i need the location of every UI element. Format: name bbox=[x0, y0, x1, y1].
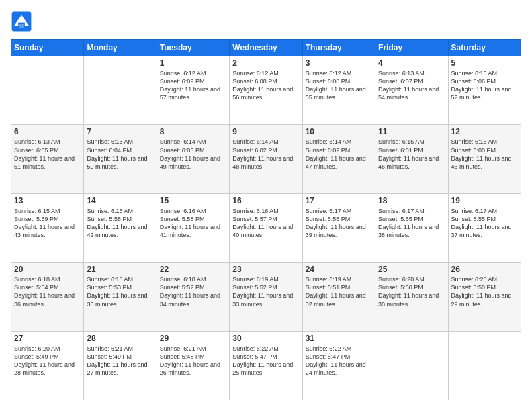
week-row-2: 6Sunrise: 6:13 AM Sunset: 6:05 PM Daylig… bbox=[11, 125, 521, 193]
day-number: 22 bbox=[160, 265, 226, 274]
day-number: 31 bbox=[306, 334, 372, 343]
calendar-cell bbox=[84, 56, 157, 125]
calendar: SundayMondayTuesdayWednesdayThursdayFrid… bbox=[11, 39, 521, 400]
day-info: Sunrise: 6:13 AM Sunset: 6:06 PM Dayligh… bbox=[451, 69, 518, 102]
day-info: Sunrise: 6:18 AM Sunset: 5:53 PM Dayligh… bbox=[87, 275, 153, 308]
day-info: Sunrise: 6:15 AM Sunset: 6:01 PM Dayligh… bbox=[378, 138, 445, 171]
calendar-cell: 6Sunrise: 6:13 AM Sunset: 6:05 PM Daylig… bbox=[11, 125, 84, 193]
day-number: 19 bbox=[451, 196, 518, 205]
day-info: Sunrise: 6:16 AM Sunset: 5:58 PM Dayligh… bbox=[160, 207, 226, 240]
calendar-cell bbox=[375, 331, 448, 400]
day-header-wednesday: Wednesday bbox=[230, 40, 302, 56]
day-number: 30 bbox=[232, 334, 299, 343]
day-number: 29 bbox=[160, 334, 226, 343]
calendar-cell: 29Sunrise: 6:21 AM Sunset: 5:48 PM Dayli… bbox=[157, 331, 229, 400]
logo-icon bbox=[11, 11, 32, 32]
day-info: Sunrise: 6:19 AM Sunset: 5:52 PM Dayligh… bbox=[232, 275, 299, 308]
day-info: Sunrise: 6:20 AM Sunset: 5:49 PM Dayligh… bbox=[14, 345, 81, 377]
calendar-cell: 13Sunrise: 6:15 AM Sunset: 5:59 PM Dayli… bbox=[11, 193, 84, 262]
day-number: 25 bbox=[378, 265, 445, 274]
day-number: 4 bbox=[378, 58, 445, 68]
day-number: 21 bbox=[87, 265, 153, 274]
calendar-cell: 17Sunrise: 6:17 AM Sunset: 5:56 PM Dayli… bbox=[302, 193, 375, 262]
day-number: 18 bbox=[378, 196, 445, 205]
calendar-cell: 16Sunrise: 6:16 AM Sunset: 5:57 PM Dayli… bbox=[230, 193, 302, 262]
day-info: Sunrise: 6:18 AM Sunset: 5:52 PM Dayligh… bbox=[160, 275, 226, 308]
calendar-cell bbox=[448, 331, 521, 400]
day-number: 10 bbox=[306, 127, 372, 136]
calendar-cell bbox=[11, 56, 84, 125]
day-number: 24 bbox=[306, 265, 372, 274]
calendar-cell: 1Sunrise: 6:12 AM Sunset: 6:09 PM Daylig… bbox=[157, 56, 229, 125]
day-number: 27 bbox=[14, 334, 81, 343]
day-info: Sunrise: 6:12 AM Sunset: 6:08 PM Dayligh… bbox=[306, 69, 372, 102]
day-number: 3 bbox=[306, 58, 372, 68]
day-info: Sunrise: 6:20 AM Sunset: 5:50 PM Dayligh… bbox=[378, 275, 445, 308]
calendar-cell: 25Sunrise: 6:20 AM Sunset: 5:50 PM Dayli… bbox=[375, 263, 448, 331]
day-info: Sunrise: 6:15 AM Sunset: 5:59 PM Dayligh… bbox=[14, 207, 81, 240]
day-info: Sunrise: 6:16 AM Sunset: 5:57 PM Dayligh… bbox=[232, 207, 299, 240]
day-info: Sunrise: 6:14 AM Sunset: 6:03 PM Dayligh… bbox=[160, 138, 226, 171]
day-number: 8 bbox=[160, 127, 226, 136]
day-info: Sunrise: 6:14 AM Sunset: 6:02 PM Dayligh… bbox=[306, 138, 372, 171]
day-info: Sunrise: 6:17 AM Sunset: 5:55 PM Dayligh… bbox=[451, 207, 518, 240]
day-info: Sunrise: 6:12 AM Sunset: 6:09 PM Dayligh… bbox=[160, 69, 226, 102]
calendar-cell: 12Sunrise: 6:15 AM Sunset: 6:00 PM Dayli… bbox=[448, 125, 521, 193]
day-info: Sunrise: 6:22 AM Sunset: 5:47 PM Dayligh… bbox=[306, 345, 372, 377]
calendar-cell: 7Sunrise: 6:13 AM Sunset: 6:04 PM Daylig… bbox=[84, 125, 157, 193]
day-header-tuesday: Tuesday bbox=[157, 40, 229, 56]
day-info: Sunrise: 6:13 AM Sunset: 6:05 PM Dayligh… bbox=[14, 138, 81, 171]
calendar-cell: 22Sunrise: 6:18 AM Sunset: 5:52 PM Dayli… bbox=[157, 263, 229, 331]
week-row-5: 27Sunrise: 6:20 AM Sunset: 5:49 PM Dayli… bbox=[11, 331, 521, 400]
day-number: 16 bbox=[232, 196, 299, 205]
day-info: Sunrise: 6:21 AM Sunset: 5:48 PM Dayligh… bbox=[160, 345, 226, 377]
page: SundayMondayTuesdayWednesdayThursdayFrid… bbox=[0, 0, 532, 411]
day-number: 12 bbox=[451, 127, 518, 136]
week-row-1: 1Sunrise: 6:12 AM Sunset: 6:09 PM Daylig… bbox=[11, 56, 521, 125]
day-header-monday: Monday bbox=[84, 40, 157, 56]
day-number: 11 bbox=[378, 127, 445, 136]
calendar-cell: 18Sunrise: 6:17 AM Sunset: 5:55 PM Dayli… bbox=[375, 193, 448, 262]
header-row: SundayMondayTuesdayWednesdayThursdayFrid… bbox=[11, 40, 521, 56]
calendar-cell: 8Sunrise: 6:14 AM Sunset: 6:03 PM Daylig… bbox=[157, 125, 229, 193]
day-info: Sunrise: 6:17 AM Sunset: 5:55 PM Dayligh… bbox=[378, 207, 445, 240]
day-number: 26 bbox=[451, 265, 518, 274]
day-number: 9 bbox=[232, 127, 299, 136]
day-info: Sunrise: 6:20 AM Sunset: 5:50 PM Dayligh… bbox=[451, 275, 518, 308]
day-info: Sunrise: 6:15 AM Sunset: 6:00 PM Dayligh… bbox=[451, 138, 518, 171]
calendar-cell: 30Sunrise: 6:22 AM Sunset: 5:47 PM Dayli… bbox=[230, 331, 302, 400]
logo bbox=[11, 11, 35, 32]
calendar-cell: 26Sunrise: 6:20 AM Sunset: 5:50 PM Dayli… bbox=[448, 263, 521, 331]
day-header-saturday: Saturday bbox=[448, 40, 521, 56]
day-info: Sunrise: 6:14 AM Sunset: 6:02 PM Dayligh… bbox=[232, 138, 299, 171]
day-header-sunday: Sunday bbox=[11, 40, 84, 56]
calendar-cell: 21Sunrise: 6:18 AM Sunset: 5:53 PM Dayli… bbox=[84, 263, 157, 331]
day-number: 13 bbox=[14, 196, 81, 205]
calendar-cell: 19Sunrise: 6:17 AM Sunset: 5:55 PM Dayli… bbox=[448, 193, 521, 262]
day-number: 20 bbox=[14, 265, 81, 274]
day-number: 14 bbox=[87, 196, 153, 205]
day-number: 2 bbox=[232, 58, 299, 68]
header bbox=[11, 11, 521, 32]
day-info: Sunrise: 6:19 AM Sunset: 5:51 PM Dayligh… bbox=[306, 275, 372, 308]
day-header-thursday: Thursday bbox=[302, 40, 375, 56]
day-number: 15 bbox=[160, 196, 226, 205]
calendar-cell: 20Sunrise: 6:18 AM Sunset: 5:54 PM Dayli… bbox=[11, 263, 84, 331]
calendar-cell: 2Sunrise: 6:12 AM Sunset: 6:08 PM Daylig… bbox=[230, 56, 302, 125]
calendar-cell: 5Sunrise: 6:13 AM Sunset: 6:06 PM Daylig… bbox=[448, 56, 521, 125]
day-info: Sunrise: 6:13 AM Sunset: 6:07 PM Dayligh… bbox=[378, 69, 445, 102]
day-info: Sunrise: 6:12 AM Sunset: 6:08 PM Dayligh… bbox=[232, 69, 299, 102]
day-number: 23 bbox=[232, 265, 299, 274]
calendar-cell: 10Sunrise: 6:14 AM Sunset: 6:02 PM Dayli… bbox=[302, 125, 375, 193]
day-header-friday: Friday bbox=[375, 40, 448, 56]
calendar-cell: 15Sunrise: 6:16 AM Sunset: 5:58 PM Dayli… bbox=[157, 193, 229, 262]
week-row-3: 13Sunrise: 6:15 AM Sunset: 5:59 PM Dayli… bbox=[11, 193, 521, 262]
day-info: Sunrise: 6:22 AM Sunset: 5:47 PM Dayligh… bbox=[232, 345, 299, 377]
day-number: 5 bbox=[451, 58, 518, 68]
day-info: Sunrise: 6:17 AM Sunset: 5:56 PM Dayligh… bbox=[306, 207, 372, 240]
day-number: 6 bbox=[14, 127, 81, 136]
calendar-cell: 23Sunrise: 6:19 AM Sunset: 5:52 PM Dayli… bbox=[230, 263, 302, 331]
week-row-4: 20Sunrise: 6:18 AM Sunset: 5:54 PM Dayli… bbox=[11, 263, 521, 331]
calendar-cell: 24Sunrise: 6:19 AM Sunset: 5:51 PM Dayli… bbox=[302, 263, 375, 331]
day-number: 1 bbox=[160, 58, 226, 68]
